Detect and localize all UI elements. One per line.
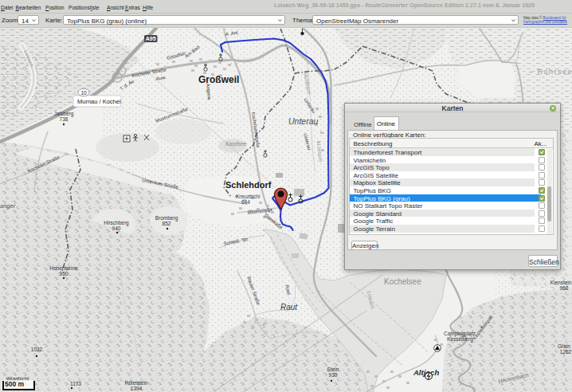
svg-text:Rötelstein: Rötelstein xyxy=(125,380,148,386)
svg-text:Grain: Grain xyxy=(558,343,570,349)
svg-text:Schlehdorf: Schlehdorf xyxy=(225,180,272,190)
svg-text:1394: 1394 xyxy=(131,386,143,391)
svg-text:Hohentanne: Hohentanne xyxy=(49,265,78,271)
svg-text:Kreuzbichl: Kreuzbichl xyxy=(236,194,261,199)
svg-text:738: 738 xyxy=(60,116,69,122)
svg-text:Raut: Raut xyxy=(280,303,298,312)
svg-text:anger: anger xyxy=(0,202,16,210)
svg-text:Stein: Stein xyxy=(327,367,339,372)
svg-text:Unterau: Unterau xyxy=(288,116,319,126)
svg-text:10: 10 xyxy=(80,90,87,96)
svg-text:Kochelsee: Kochelsee xyxy=(384,277,421,286)
svg-text:968: 968 xyxy=(560,285,569,291)
svg-text:Kienstein: Kienstein xyxy=(550,280,572,285)
svg-text:Kesselberg: Kesselberg xyxy=(447,336,473,343)
svg-text:1262: 1262 xyxy=(560,349,572,355)
svg-text:Karpfsee: Karpfsee xyxy=(225,141,246,147)
svg-text:1032: 1032 xyxy=(31,347,43,352)
svg-text:A95: A95 xyxy=(146,36,156,41)
svg-text:1173: 1173 xyxy=(70,381,81,386)
svg-text:930: 930 xyxy=(329,372,338,378)
svg-text:Murnau / Kochel: Murnau / Kochel xyxy=(77,98,121,105)
svg-text:644: 644 xyxy=(241,199,250,205)
svg-text:852: 852 xyxy=(163,221,171,226)
svg-text:940: 940 xyxy=(112,225,121,231)
svg-text:950: 950 xyxy=(60,271,69,276)
svg-text:– Rohrsee: – Rohrsee xyxy=(529,68,572,76)
svg-text:Großweil: Großweil xyxy=(198,74,239,85)
